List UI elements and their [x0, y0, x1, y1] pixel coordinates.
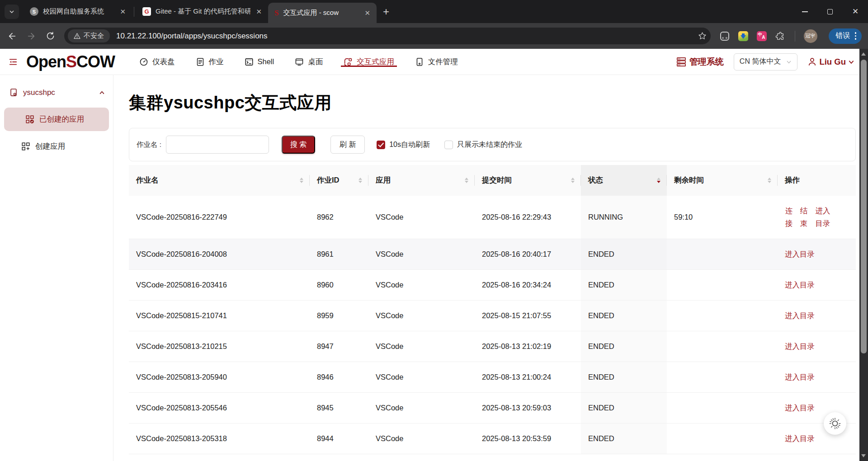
campus-favicon-icon: S	[30, 7, 38, 16]
cell-actions: 进入目录	[778, 311, 856, 321]
sort-icon[interactable]	[571, 178, 575, 183]
translate-extension-icon[interactable]: 中A	[756, 30, 768, 42]
password-manager-extension-icon[interactable]	[719, 30, 731, 42]
cell-actions: 进入目录	[778, 342, 856, 352]
sidebar-cluster-ysucshpc[interactable]: ysucshpc	[0, 81, 113, 104]
search-button[interactable]: 搜 索	[282, 136, 315, 154]
page-scrollbar[interactable]	[859, 49, 868, 461]
main-menu: 仪表盘 作业 Shell 桌面 交互式应用	[139, 57, 458, 67]
theme-toggle-button[interactable]	[824, 412, 846, 435]
file-manager-icon	[415, 57, 424, 66]
new-tab-button[interactable]: +	[383, 6, 389, 17]
auto-refresh-checkbox-row[interactable]: 10s自动刷新	[377, 140, 430, 150]
logo-cow: COW	[76, 52, 115, 71]
sort-icon[interactable]	[465, 178, 468, 183]
end-link[interactable]: 结束	[800, 205, 808, 229]
menu-fold-icon	[9, 57, 18, 66]
cell-actions: 进入目录	[778, 280, 856, 290]
cell-app: VSCode	[368, 281, 475, 289]
profile-error-label: 错误	[836, 31, 850, 41]
checkbox-checked-icon[interactable]	[377, 141, 385, 149]
connect-link[interactable]: 连接	[785, 205, 793, 229]
warning-triangle-icon	[74, 33, 80, 39]
menu-item-interactive-apps[interactable]: 交互式应用	[344, 57, 394, 67]
sidebar-item-created-apps[interactable]: 已创建的应用	[4, 108, 109, 131]
column-header-submit-time[interactable]: 提交时间	[475, 165, 581, 196]
column-label: 操作	[785, 175, 800, 185]
browser-menu-icon[interactable]	[855, 32, 857, 40]
only-unfinished-checkbox-row[interactable]: 只展示未结束的作业	[444, 140, 522, 150]
tab-close-icon[interactable]: ✕	[363, 9, 371, 17]
column-header-job-id[interactable]: 作业ID	[310, 165, 368, 196]
job-name-input[interactable]	[166, 136, 269, 154]
sort-icon[interactable]	[768, 178, 771, 183]
scrollbar-thumb[interactable]	[861, 60, 867, 353]
tab-close-icon[interactable]: ✕	[255, 7, 263, 16]
admin-system-link[interactable]: 管理系统	[676, 56, 724, 68]
extensions-puzzle-button[interactable]	[774, 30, 786, 42]
download-extension-icon[interactable]	[737, 30, 749, 42]
scroll-down-arrow-icon[interactable]	[861, 454, 866, 457]
cell-status: ENDED	[581, 270, 667, 300]
enter-directory-link[interactable]: 进入目录	[815, 205, 831, 229]
enter-directory-link[interactable]: 进入目录	[785, 311, 815, 321]
column-header-app[interactable]: 应用	[368, 165, 475, 196]
enter-directory-link[interactable]: 进入目录	[785, 372, 815, 382]
tab-scow-active[interactable]: S 交互式应用 - scow ✕	[268, 3, 377, 23]
sidebar-collapse-button[interactable]	[0, 57, 26, 66]
openscow-logo[interactable]: OpenSCOW	[26, 52, 115, 71]
reload-button[interactable]	[42, 28, 59, 45]
menu-item-file-manager[interactable]: 文件管理	[415, 57, 458, 67]
back-button[interactable]	[4, 28, 21, 45]
column-header-remaining-time[interactable]: 剩余时间	[667, 165, 778, 196]
forward-button[interactable]	[23, 28, 40, 45]
enter-directory-link[interactable]: 进入目录	[785, 249, 815, 259]
menu-item-jobs[interactable]: 作业	[196, 57, 224, 67]
sidebar-item-create-app[interactable]: 创建应用	[0, 135, 113, 158]
checkbox-unchecked-icon[interactable]	[444, 141, 453, 149]
column-header-job-name[interactable]: 作业名	[129, 165, 310, 196]
maximize-button[interactable]	[817, 0, 843, 23]
scroll-up-arrow-icon[interactable]	[861, 52, 866, 56]
enter-directory-link[interactable]: 进入目录	[785, 342, 815, 352]
tab-separator	[134, 7, 134, 17]
cell-job-id: 8961	[310, 250, 368, 259]
sort-icon[interactable]	[300, 178, 303, 183]
address-bar[interactable]: 不安全 10.21.22.100/portal/apps/ysucshpc/se…	[64, 28, 711, 44]
cell-status: ENDED	[581, 331, 667, 362]
menu-item-dashboard[interactable]: 仪表盘	[139, 57, 175, 67]
minimize-button[interactable]	[792, 0, 817, 23]
bookmark-star-icon[interactable]	[698, 31, 707, 41]
cell-status: ENDED	[581, 423, 667, 454]
menu-item-shell[interactable]: Shell	[245, 57, 274, 67]
tab-close-icon[interactable]: ✕	[119, 7, 127, 16]
enter-directory-link[interactable]: 进入目录	[785, 403, 815, 413]
tab-campus-network[interactable]: S 校园网自助服务系统 ✕	[24, 2, 132, 21]
profile-error-button[interactable]: 错误	[829, 28, 862, 44]
menu-item-desktop[interactable]: 桌面	[295, 57, 323, 67]
enter-directory-link[interactable]: 进入目录	[785, 434, 815, 444]
table-row: VSCode-20250816-204008 8961 VSCode 2025-…	[129, 239, 856, 270]
menu-label: 作业	[209, 57, 224, 67]
column-header-status[interactable]: 状态	[581, 165, 667, 196]
tab-search-button[interactable]	[5, 5, 19, 19]
sort-icon-active[interactable]	[657, 178, 660, 183]
enter-directory-link[interactable]: 进入目录	[785, 280, 815, 290]
maximize-icon	[827, 9, 833, 14]
close-button[interactable]: ✕	[843, 0, 868, 23]
column-label: 提交时间	[482, 175, 512, 185]
security-chip[interactable]: 不安全	[68, 29, 110, 42]
chevron-down-icon	[786, 59, 792, 65]
refresh-button[interactable]: 刷 新	[330, 136, 365, 154]
grid-plus-icon	[21, 142, 30, 151]
tab-gitee[interactable]: G Gitee - 基于 Git 的代码托管和研 ✕	[136, 2, 268, 21]
cell-job-id: 8962	[310, 213, 368, 221]
cell-job-name: VSCode-20250815-210741	[129, 311, 310, 320]
profile-avatar[interactable]: 冠宇	[804, 29, 817, 43]
desktop-icon	[295, 57, 304, 66]
sort-icon[interactable]	[359, 178, 362, 183]
url-text[interactable]: 10.21.22.100/portal/apps/ysucshpc/sessio…	[116, 32, 698, 41]
menu-label: Shell	[258, 57, 274, 66]
user-menu[interactable]: Liu Gu	[807, 57, 854, 67]
language-select[interactable]: CN 简体中文	[734, 53, 798, 71]
